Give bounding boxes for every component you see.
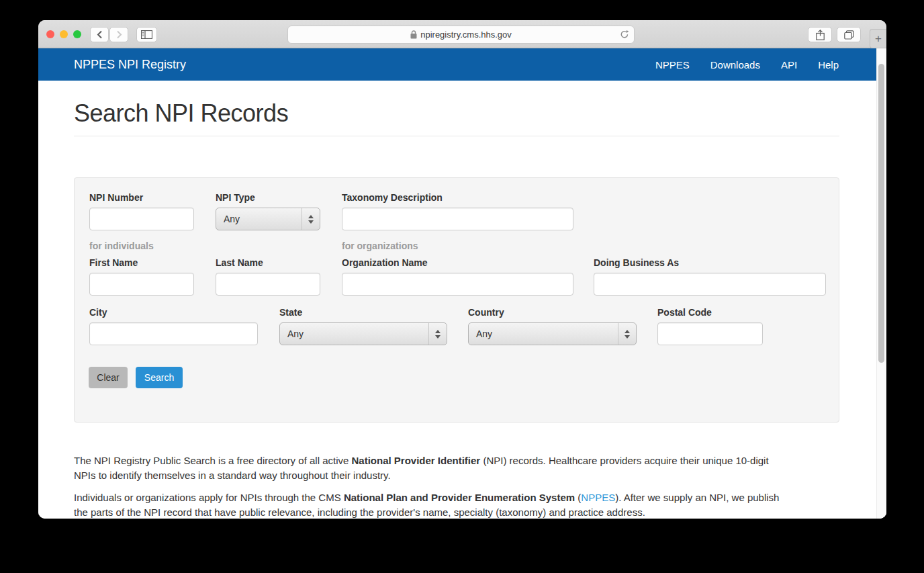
nav-link-downloads[interactable]: Downloads	[710, 59, 760, 71]
for-organizations-label: for organizations	[342, 240, 418, 251]
scrollbar-track[interactable]	[876, 48, 886, 519]
sidebar-icon	[141, 30, 152, 39]
intro-paragraph-2: Individuals or organizations apply for N…	[74, 490, 786, 519]
state-label: State	[279, 307, 447, 318]
city-label: City	[89, 307, 258, 318]
zoom-window-button[interactable]	[73, 30, 81, 38]
sidebar-toggle-button[interactable]	[136, 27, 157, 42]
city-input[interactable]	[89, 322, 258, 345]
title-divider	[74, 136, 839, 136]
back-button[interactable]	[90, 27, 109, 42]
last-name-label: Last Name	[216, 257, 320, 268]
plus-icon: +	[875, 32, 882, 46]
site-navbar: NPPES NPI Registry NPPES Downloads API H…	[38, 48, 886, 81]
last-name-input[interactable]	[216, 273, 320, 296]
tabs-icon	[844, 30, 854, 40]
doing-business-as-input[interactable]	[594, 273, 826, 296]
scrollbar-thumb[interactable]	[878, 64, 884, 363]
new-tab-button[interactable]: +	[870, 29, 886, 48]
npi-number-input[interactable]	[89, 208, 194, 230]
search-form-panel: NPI Number NPI Type Any Taxonomy Descrip…	[74, 177, 839, 423]
state-select[interactable]: Any	[279, 322, 447, 345]
first-name-label: First Name	[89, 257, 194, 268]
close-window-button[interactable]	[46, 30, 54, 38]
postal-code-label: Postal Code	[657, 307, 763, 318]
nav-link-nppes[interactable]: NPPES	[655, 59, 690, 71]
select-stepper-icon	[428, 323, 447, 345]
nppes-link[interactable]: NPPES	[581, 492, 615, 503]
select-stepper-icon	[618, 323, 636, 345]
doing-business-as-label: Doing Business As	[594, 257, 826, 268]
npi-type-select[interactable]: Any	[216, 208, 320, 230]
forward-button[interactable]	[109, 27, 128, 42]
page-title: Search NPI Records	[74, 81, 839, 128]
minimize-window-button[interactable]	[60, 30, 68, 38]
organization-name-input[interactable]	[342, 273, 573, 296]
intro-paragraph-1: The NPI Registry Public Search is a free…	[74, 453, 786, 483]
brand-title[interactable]: NPPES NPI Registry	[74, 58, 186, 72]
select-stepper-icon	[302, 208, 320, 230]
share-button[interactable]	[808, 27, 832, 42]
browser-window: npiregistry.cms.hhs.gov +	[38, 20, 886, 519]
country-label: Country	[468, 307, 637, 318]
search-button[interactable]: Search	[136, 367, 183, 388]
lock-icon	[410, 30, 417, 39]
tab-overview-button[interactable]	[837, 27, 861, 42]
browser-toolbar: npiregistry.cms.hhs.gov +	[38, 20, 886, 48]
chevron-left-icon	[97, 30, 103, 39]
first-name-input[interactable]	[89, 273, 194, 296]
url-text: npiregistry.cms.hhs.gov	[420, 30, 512, 40]
npi-number-label: NPI Number	[89, 192, 194, 203]
taxonomy-input[interactable]	[342, 208, 573, 230]
nav-link-help[interactable]: Help	[818, 59, 839, 71]
page-content: Search NPI Records NPI Number NPI Type A…	[38, 81, 886, 519]
organization-name-label: Organization Name	[342, 257, 573, 268]
nav-links: NPPES Downloads API Help	[655, 59, 839, 71]
for-individuals-label: for individuals	[89, 240, 154, 251]
chevron-right-icon	[116, 30, 122, 39]
npi-type-label: NPI Type	[216, 192, 320, 203]
taxonomy-label: Taxonomy Description	[342, 192, 573, 203]
address-bar[interactable]: npiregistry.cms.hhs.gov	[287, 26, 635, 44]
postal-code-input[interactable]	[657, 322, 763, 345]
nav-link-api[interactable]: API	[781, 59, 797, 71]
share-icon	[816, 30, 825, 40]
country-select[interactable]: Any	[468, 322, 637, 345]
reload-button[interactable]	[620, 29, 629, 40]
clear-button[interactable]: Clear	[89, 367, 128, 388]
